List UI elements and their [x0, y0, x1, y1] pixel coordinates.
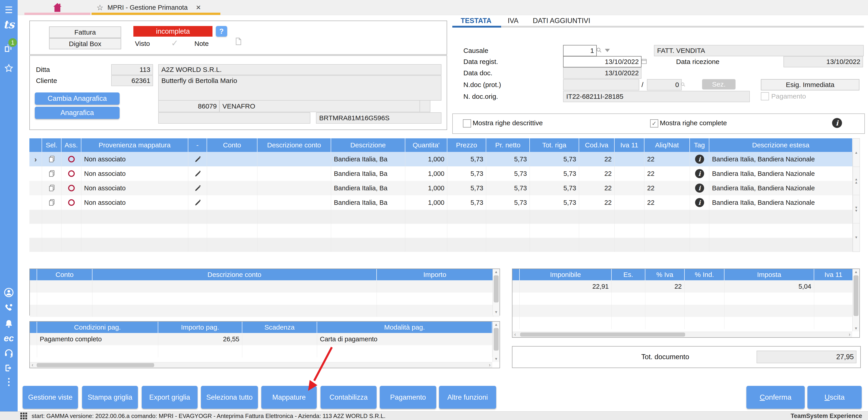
- select-copy-icon[interactable]: [42, 210, 61, 224]
- esig-immediata-button[interactable]: Esig. Immediata: [761, 79, 860, 90]
- sez-button[interactable]: Sez.: [702, 79, 736, 90]
- edit-pencil-icon[interactable]: [188, 210, 207, 224]
- app-grid-icon[interactable]: [20, 413, 27, 419]
- causale-search-icon[interactable]: [596, 47, 602, 54]
- page-down-icon[interactable]: ▼▼: [853, 195, 860, 223]
- causale-dropdown-icon[interactable]: [605, 49, 610, 52]
- column-header[interactable]: Modalità pag.: [317, 322, 492, 333]
- pagamenti-grid-hscrollbar[interactable]: ‹›: [30, 362, 492, 368]
- edit-pencil-icon[interactable]: [188, 238, 207, 252]
- column-header[interactable]: [30, 322, 37, 333]
- empty-row[interactable]: [513, 305, 860, 317]
- tag-info-icon[interactable]: i: [690, 195, 709, 210]
- empty-row[interactable]: [513, 293, 860, 305]
- fattura-button[interactable]: Fattura: [49, 26, 121, 38]
- empty-row[interactable]: [30, 293, 500, 305]
- data-regist-input[interactable]: 13/10/2022: [563, 56, 642, 67]
- tab-iva[interactable]: IVA: [508, 17, 519, 25]
- page-up-icon[interactable]: ▲▲: [853, 167, 860, 195]
- column-header[interactable]: Conto: [207, 138, 257, 152]
- column-header[interactable]: -: [188, 138, 207, 152]
- column-header[interactable]: Conto: [37, 269, 92, 280]
- contabilizza-button[interactable]: Contabilizza: [320, 386, 377, 409]
- pagamenti-grid-vscrollbar[interactable]: ▲▼: [493, 322, 500, 362]
- ec-logo[interactable]: ec: [0, 332, 18, 344]
- empty-row[interactable]: [29, 224, 860, 238]
- column-header[interactable]: Descrizione conto: [92, 269, 377, 280]
- mostra-descrittive-checkbox[interactable]: [463, 119, 471, 127]
- conto-grid-vscrollbar[interactable]: ▲▼: [493, 269, 500, 315]
- select-copy-icon[interactable]: [42, 238, 61, 252]
- more-options-icon[interactable]: ⋮: [0, 375, 18, 388]
- tag-info-icon[interactable]: [690, 224, 709, 238]
- tag-info-icon[interactable]: i: [690, 152, 709, 167]
- teamsystem-logo[interactable]: ts: [0, 17, 18, 32]
- tag-info-icon[interactable]: [690, 210, 709, 224]
- tab-testata[interactable]: TESTATA: [461, 17, 491, 25]
- ndoc-field[interactable]: [563, 79, 639, 90]
- ndoc-search-icon[interactable]: [680, 82, 686, 88]
- column-header[interactable]: Descrizione conto: [257, 138, 331, 152]
- empty-row[interactable]: [30, 305, 500, 317]
- iva-grid-vscrollbar[interactable]: ▲▼: [852, 269, 860, 331]
- favorites-star-icon[interactable]: [0, 61, 18, 75]
- column-header[interactable]: [29, 138, 42, 152]
- notifications-bell-icon[interactable]: [0, 318, 18, 330]
- iva-row[interactable]: 22,91225,04: [513, 280, 860, 293]
- documents-icon[interactable]: 1: [0, 40, 18, 56]
- visto-check-icon[interactable]: ✓: [171, 38, 178, 48]
- column-header[interactable]: Imponibile: [520, 269, 612, 280]
- altre-funzioni-button[interactable]: Altre funzioni: [439, 386, 496, 409]
- select-copy-icon[interactable]: [42, 181, 61, 195]
- column-header[interactable]: Es.: [612, 269, 645, 280]
- scroll-up-icon[interactable]: ▲: [853, 139, 860, 167]
- main-grid-row[interactable]: Non associatoBandiera Italia, Ba1,0005,7…: [29, 167, 860, 181]
- main-grid-row[interactable]: Non associatoBandiera Italia, Ba1,0005,7…: [29, 181, 860, 195]
- gestione-viste-button[interactable]: Gestione viste: [23, 386, 78, 409]
- select-copy-icon[interactable]: [42, 152, 61, 167]
- scroll-down-icon[interactable]: ▼: [853, 223, 860, 251]
- ndoc-number-field[interactable]: 0: [647, 79, 682, 90]
- column-header[interactable]: Importo: [377, 269, 493, 280]
- column-header[interactable]: Iva 11: [615, 138, 645, 152]
- empty-row[interactable]: [30, 280, 500, 293]
- edit-pencil-icon[interactable]: [188, 152, 207, 167]
- main-grid-row[interactable]: Non associatoBandiera Italia, Ba1,0005,7…: [29, 195, 860, 210]
- edit-pencil-icon[interactable]: [188, 224, 207, 238]
- column-header[interactable]: Imposta: [724, 269, 814, 280]
- tag-info-icon[interactable]: i: [690, 181, 709, 195]
- calendar-icon[interactable]: [641, 58, 647, 65]
- column-header[interactable]: Cod.Iva: [579, 138, 615, 152]
- column-header[interactable]: Condizioni pag.: [37, 322, 158, 333]
- column-header[interactable]: Importo pag.: [158, 322, 242, 333]
- tab-dati-aggiuntivi[interactable]: DATI AGGIUNTIVI: [533, 17, 590, 25]
- iva-grid-hscrollbar[interactable]: ‹›: [513, 332, 852, 337]
- stampa-griglia-button[interactable]: Stampa griglia: [82, 386, 138, 409]
- logout-icon[interactable]: [0, 362, 18, 374]
- hamburger-menu-icon[interactable]: ☰: [0, 5, 18, 15]
- column-header[interactable]: Ass.: [61, 138, 81, 152]
- pagamento-checkbox[interactable]: [761, 92, 769, 100]
- empty-row[interactable]: [513, 317, 860, 329]
- uscita-button[interactable]: Uscita: [807, 386, 862, 409]
- note-document-icon[interactable]: [235, 37, 242, 46]
- export-griglia-button[interactable]: Export griglia: [142, 386, 197, 409]
- cambia-anagrafica-button[interactable]: Cambia Anagrafica: [35, 92, 120, 104]
- tag-info-icon[interactable]: [690, 238, 709, 252]
- column-header[interactable]: [30, 269, 37, 280]
- favorite-star-icon[interactable]: ☆: [96, 3, 103, 12]
- phone-icon[interactable]: [0, 301, 18, 314]
- user-icon[interactable]: [0, 286, 18, 299]
- tab-mpri-gestione-primanota[interactable]: ☆ MPRI - Gestione Primanota ✕: [92, 0, 220, 15]
- column-header[interactable]: Descrizione: [331, 138, 405, 152]
- column-header[interactable]: Tag: [690, 138, 709, 152]
- mostra-complete-checkbox[interactable]: ✓: [650, 119, 658, 127]
- empty-row[interactable]: [29, 238, 860, 252]
- column-header[interactable]: Iva 11: [814, 269, 853, 280]
- help-button[interactable]: ?: [216, 26, 227, 37]
- column-header[interactable]: Pr. netto: [486, 138, 530, 152]
- conferma-button[interactable]: Conferma: [746, 386, 805, 409]
- edit-pencil-icon[interactable]: [188, 195, 207, 210]
- mappature-button[interactable]: Mappature: [261, 386, 317, 409]
- column-header[interactable]: % Iva: [645, 269, 685, 280]
